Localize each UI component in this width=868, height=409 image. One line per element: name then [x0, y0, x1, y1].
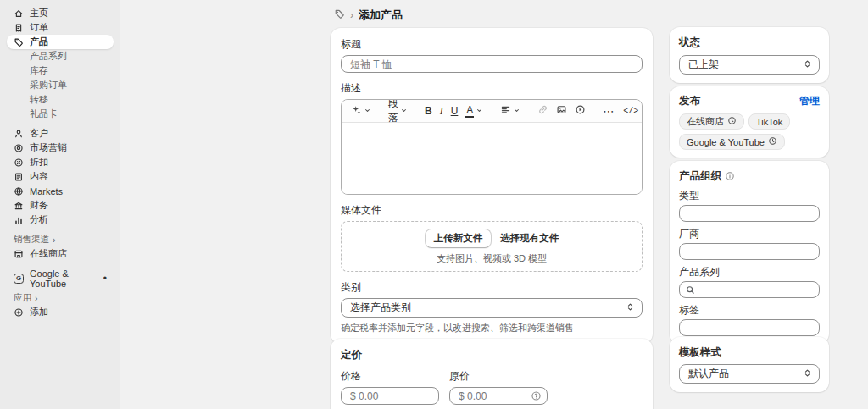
sidebar-item-content[interactable]: 内容 [7, 169, 114, 184]
vendor-input[interactable] [679, 243, 820, 260]
product-details-card: 标题 描述 段落 B I U [331, 28, 653, 344]
sidebar-item-label: Google & YouTube [30, 268, 92, 289]
sidebar-item-discounts[interactable]: 折扣 [7, 155, 114, 169]
publishing-heading: 发布 [679, 94, 700, 108]
orders-icon [14, 23, 24, 33]
sparkle-icon [351, 104, 362, 118]
paragraph-style-dropdown[interactable]: 段落 [385, 99, 411, 127]
media-dropzone[interactable]: 上传新文件 选择现有文件 支持图片、视频或 3D 模型 [341, 221, 643, 272]
sidebar-item-label: 市场营销 [30, 141, 67, 154]
manage-channels-link[interactable]: 管理 [799, 94, 820, 108]
breadcrumb: › 添加产品 [334, 8, 403, 23]
align-left-icon [500, 104, 511, 118]
sidebar-item-customers[interactable]: 客户 [7, 126, 114, 141]
media-label: 媒体文件 [341, 203, 643, 218]
sales-channels-header[interactable]: 销售渠道 › [0, 233, 120, 246]
apps-header[interactable]: 应用 › [0, 291, 120, 305]
sidebar-item-products[interactable]: 产品 [7, 35, 114, 49]
more-options-button[interactable]: ⋯ [599, 103, 618, 119]
theme-template-card: 模板样式 默认产品 [670, 337, 829, 392]
category-hint: 确定税率并添加元字段，以改进搜索、筛选和跨渠道销售 [341, 322, 643, 334]
compare-at-price-label: 原价 [449, 369, 548, 384]
type-input[interactable] [679, 205, 820, 222]
organization-heading: 产品组织 [679, 169, 820, 184]
select-existing-file-button[interactable]: 选择现有文件 [500, 232, 559, 245]
sidebar-item-analytics[interactable]: 分析 [7, 213, 114, 227]
schedule-clock-icon [727, 116, 737, 127]
description-textarea[interactable] [342, 123, 642, 194]
sidebar-item-purchase-orders[interactable]: 采购订单 [7, 78, 114, 92]
sidebar-item-home[interactable]: 主页 [7, 6, 114, 20]
collections-label: 产品系列 [679, 265, 820, 279]
channel-chip-tiktok[interactable]: TikTok [748, 113, 790, 130]
sidebar-nav: 主页 订单 产品 产品系列 库存 采购订单 转移 礼品卡 客户 市场营销 折扣 [0, 0, 120, 409]
channel-chip-google-youtube[interactable]: Google & YouTube [679, 134, 785, 150]
breadcrumb-separator: › [350, 9, 353, 21]
code-view-button[interactable]: </> [620, 105, 642, 118]
upload-new-file-button[interactable]: 上传新文件 [425, 229, 492, 248]
chevron-down-icon [513, 105, 520, 117]
sidebar-item-collections[interactable]: 产品系列 [7, 49, 114, 64]
sidebar-item-finance[interactable]: 财务 [7, 198, 114, 213]
help-question-icon[interactable] [531, 390, 542, 405]
price-input[interactable] [341, 387, 439, 405]
price-label: 价格 [341, 369, 439, 384]
select-caret-icon [803, 58, 812, 72]
plus-circle-icon [14, 307, 24, 318]
tags-input[interactable] [679, 319, 820, 336]
search-icon [685, 284, 696, 299]
sidebar-item-label: 订单 [30, 21, 48, 34]
notification-dot: • [103, 274, 107, 284]
sidebar-item-online-store[interactable]: 在线商店 [7, 246, 114, 261]
sidebar-item-transfers[interactable]: 转移 [7, 92, 114, 107]
template-select[interactable]: 默认产品 [679, 364, 820, 384]
publishing-card: 发布 管理 在线商店 TikTok Google & YouTube [670, 86, 829, 158]
insert-image-button[interactable] [553, 102, 570, 119]
sidebar-item-gift-cards[interactable]: 礼品卡 [7, 107, 114, 121]
schedule-clock-icon [768, 136, 777, 147]
tags-label: 标签 [679, 303, 820, 318]
product-organization-card: 产品组织 类型 厂商 产品系列 标签 [670, 161, 829, 344]
status-card: 状态 已上架 [670, 27, 829, 83]
magic-ai-button[interactable] [348, 102, 375, 119]
home-icon [14, 8, 24, 19]
online-store-icon [14, 249, 24, 259]
description-label: 描述 [341, 81, 643, 96]
pricing-heading: 定价 [341, 348, 643, 362]
bank-icon [14, 201, 24, 211]
bold-button[interactable]: B [421, 103, 436, 119]
sidebar-item-label: 客户 [30, 127, 48, 140]
collections-search-input[interactable] [679, 281, 820, 298]
info-icon[interactable] [725, 171, 735, 181]
chevron-right-icon: › [53, 235, 56, 245]
tag-icon [14, 37, 24, 47]
globe-icon [14, 186, 24, 196]
underline-button[interactable]: U [448, 103, 462, 119]
play-circle-icon [575, 104, 586, 118]
title-input[interactable] [341, 55, 643, 73]
template-heading: 模板样式 [679, 345, 820, 360]
sidebar-item-inventory[interactable]: 库存 [7, 64, 114, 78]
shopify-admin-add-product-page: 主页 订单 产品 产品系列 库存 采购订单 转移 礼品卡 客户 市场营销 折扣 [0, 0, 868, 409]
sidebar-item-label: 主页 [30, 7, 48, 19]
sidebar-item-label: 在线商店 [30, 247, 67, 260]
channel-chip-online-store[interactable]: 在线商店 [679, 113, 744, 130]
sidebar-item-marketing[interactable]: 市场营销 [7, 141, 114, 155]
insert-video-button[interactable] [571, 102, 589, 119]
category-label: 类别 [341, 280, 643, 295]
text-align-button[interactable] [497, 102, 524, 119]
sidebar-item-markets[interactable]: Markets [7, 184, 114, 198]
status-select[interactable]: 已上架 [679, 55, 820, 75]
text-color-button[interactable]: A [462, 103, 487, 119]
pricing-card: 定价 价格 原价 对此产品征收税款 [331, 339, 653, 409]
insert-link-button[interactable] [534, 102, 552, 119]
sidebar-item-label: 添加 [30, 306, 48, 318]
products-breadcrumb-link[interactable] [334, 8, 345, 23]
category-select[interactable]: 选择产品类别 [341, 298, 643, 318]
sidebar-item-orders[interactable]: 订单 [7, 20, 114, 35]
status-heading: 状态 [679, 36, 820, 50]
type-label: 类型 [679, 189, 820, 203]
italic-button[interactable]: I [437, 103, 447, 119]
sidebar-item-google-youtube[interactable]: G Google & YouTube • [7, 271, 114, 285]
sidebar-item-add-app[interactable]: 添加 [7, 305, 114, 319]
